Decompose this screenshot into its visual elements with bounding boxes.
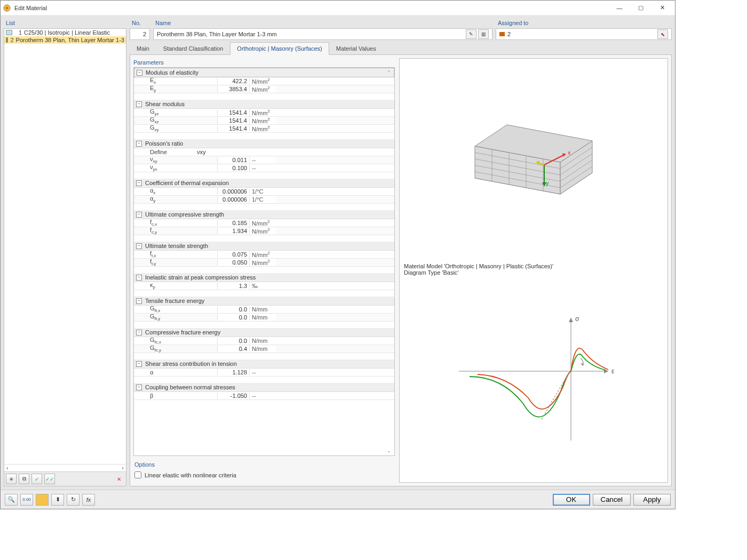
brick-wall-illustration: x y [454,114,614,210]
collapse-icon[interactable]: − [136,101,142,107]
close-button[interactable]: ✕ [651,1,673,15]
param-value[interactable]: 1541.4 [217,125,249,132]
param-value[interactable]: 3853.4 [217,86,249,92]
library-button[interactable]: ▥ [478,29,489,39]
param-row[interactable]: αy0.0000061/°C [134,196,394,204]
scroll-left-icon[interactable]: ‹ [4,465,11,471]
param-row[interactable]: β-1.050-- [134,392,394,400]
color-button[interactable] [36,494,49,506]
param-group-header[interactable]: −Modulus of elasticity [134,68,394,77]
preview-model-label: Material Model 'Orthotropic | Masonry | … [404,263,663,269]
param-group-header[interactable]: −Compressive fracture energy [134,328,394,337]
function-button[interactable]: fx [82,494,95,506]
param-row[interactable]: κp1.3‰ [134,282,394,290]
param-row[interactable]: Ey3853.4N/mm2 [134,85,394,93]
param-row[interactable]: ft,y0.050N/mm2 [134,259,394,267]
minimize-button[interactable]: — [609,1,630,15]
collapse-icon[interactable]: − [136,243,142,249]
param-value[interactable]: 0.050 [217,259,249,266]
param-group-header[interactable]: −Coefficient of thermal expansion [134,179,394,188]
param-group-header[interactable]: −Inelastic strain at peak compression st… [134,273,394,282]
param-value[interactable]: 1.934 [217,228,249,234]
collapse-icon[interactable]: − [136,361,142,367]
no-label: No. [130,19,150,28]
param-row[interactable]: Gfc,x0.0N/mm [134,337,394,345]
scroll-right-icon[interactable]: › [120,465,126,471]
edit-name-button[interactable]: ✎ [466,29,476,39]
param-value[interactable]: 0.011 [217,157,249,163]
param-value[interactable]: 0.100 [217,165,249,171]
collapse-icon[interactable]: − [136,298,142,304]
param-row[interactable]: νyx0.100-- [134,164,394,172]
units-button[interactable]: 0.00 [20,494,33,506]
linear-elastic-checkbox[interactable]: Linear elastic with nonlinear criteria [134,471,394,478]
refresh-button[interactable]: ↻ [67,494,80,506]
param-row[interactable]: fc,x0.185N/mm2 [134,219,394,227]
app-icon [3,4,11,12]
param-row[interactable]: Gxy1541.4N/mm2 [134,125,394,133]
param-row[interactable]: νxy0.011-- [134,156,394,164]
name-field[interactable]: Porotherm 38 Plan, Thin Layer Mortar 1-3… [157,31,464,37]
copy-item-button[interactable]: ⧉ [19,474,29,484]
param-group-header[interactable]: −Poisson's ratio [134,139,394,148]
cancel-button[interactable]: Cancel [593,494,631,506]
help-button[interactable]: 🔍 [5,494,18,506]
param-value[interactable]: 0.000006 [217,188,249,195]
check-button[interactable]: ✓ [31,474,42,484]
maximize-button[interactable]: ▢ [630,1,651,15]
param-group-header[interactable]: −Shear modulus [134,100,394,109]
collapse-icon[interactable]: − [136,141,142,147]
param-value[interactable]: 1541.4 [217,109,249,116]
param-row[interactable]: Gft,y0.0N/mm [134,314,394,322]
param-row[interactable]: Gyz1541.4N/mm2 [134,109,394,117]
tab-orthotropic-masonry-surfaces-[interactable]: Orthotropic | Masonry (Surfaces) [230,42,329,55]
delete-item-button[interactable]: ✕ [114,474,124,484]
preview-diagram-label: Diagram Type 'Basic' [404,269,663,276]
param-value[interactable]: 1.128 [217,369,249,375]
param-value[interactable]: 422.2 [217,78,249,84]
assigned-field[interactable]: 2 [507,31,657,37]
param-value[interactable]: 0.0 [217,306,249,313]
tab-main[interactable]: Main [130,42,156,54]
collapse-icon[interactable]: − [136,212,142,218]
param-value[interactable]: 0.4 [217,346,249,352]
param-value[interactable]: 0.0 [217,338,249,344]
param-value[interactable]: 0.185 [217,220,249,226]
collapse-icon[interactable]: − [136,385,142,390]
param-row[interactable]: Defineνxy [134,148,394,156]
param-value[interactable]: 1.3 [217,283,249,289]
collapse-icon[interactable]: − [136,275,142,281]
param-value[interactable]: -1.050 [217,393,249,399]
collapse-icon[interactable]: − [137,70,142,76]
param-group-header[interactable]: −Ultimate compressive strength [134,210,394,219]
param-value[interactable]: 0.000006 [217,196,249,203]
param-group-header[interactable]: −Shear stress contribution in tension [134,359,394,369]
param-value[interactable]: 0.0 [217,314,249,321]
new-item-button[interactable]: ✳ [6,474,17,484]
param-value[interactable]: 1541.4 [217,117,249,124]
param-row[interactable]: α1.128-- [134,369,394,377]
param-row[interactable]: Gxz1541.4N/mm2 [134,117,394,125]
assign-pick-button[interactable]: ⬉ [657,29,668,39]
list-item[interactable]: 2Porotherm 38 Plan, Thin Layer Mortar 1-… [4,36,126,44]
model-button[interactable]: ⬍ [51,494,64,506]
param-row[interactable]: fc,y1.934N/mm2 [134,227,394,235]
param-group-header[interactable]: −Ultimate tensile strength [134,242,394,251]
tab-standard-classification[interactable]: Standard Classification [156,42,231,54]
tab-material-values[interactable]: Material Values [329,42,383,54]
collapse-icon[interactable]: − [136,180,142,186]
apply-button[interactable]: Apply [633,494,671,506]
param-row[interactable]: Gfc,y0.4N/mm [134,345,394,353]
param-row[interactable]: Gft,x0.0N/mm [134,306,394,314]
check-all-button[interactable]: ✓✓ [44,474,55,484]
param-row[interactable]: Ex422.2N/mm2 [134,77,394,85]
param-row[interactable]: αx0.0000061/°C [134,188,394,196]
param-group-header[interactable]: −Tensile fracture energy [134,297,394,306]
param-row[interactable]: ft,x0.075N/mm2 [134,251,394,259]
param-group-header[interactable]: −Coupling between normal stresses [134,383,394,392]
param-value[interactable]: 0.075 [217,251,249,258]
ok-button[interactable]: OK [553,494,590,506]
collapse-icon[interactable]: − [136,330,142,335]
no-field[interactable]: 2 [130,28,150,40]
list-item[interactable]: 1C25/30 | Isotropic | Linear Elastic [4,29,126,36]
